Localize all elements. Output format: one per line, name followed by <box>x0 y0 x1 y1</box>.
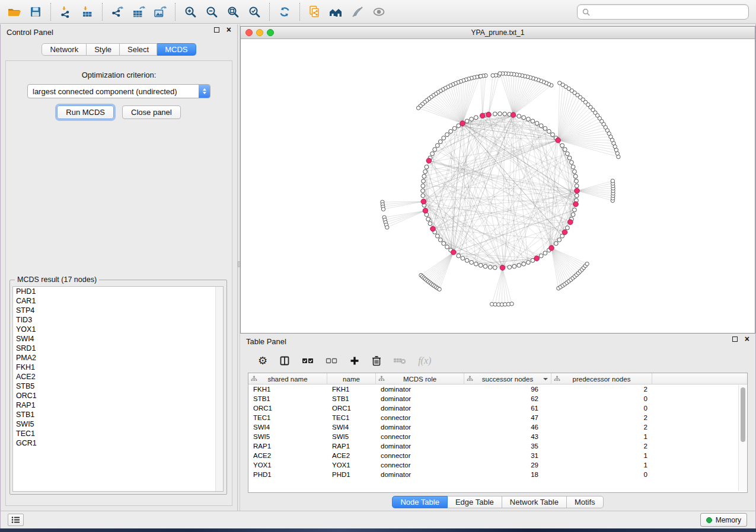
mcds-node[interactable] <box>562 230 567 235</box>
mcds-result-item[interactable]: SWI5 <box>13 419 223 429</box>
import-network-button[interactable] <box>55 2 76 21</box>
zoom-fit-button[interactable] <box>222 2 244 21</box>
table-row[interactable]: SWI4SWI4dominator462 <box>248 422 747 432</box>
satellite-node[interactable] <box>498 72 502 75</box>
network-node[interactable] <box>425 165 429 169</box>
zoom-in-button[interactable] <box>180 2 201 21</box>
network-node[interactable] <box>445 245 449 249</box>
network-titlebar[interactable]: YPA_prune.txt_1 <box>241 27 755 39</box>
mcds-node[interactable] <box>568 220 573 225</box>
mcds-result-list[interactable]: PHD1CAR1STP4TID3YOX1SWI4SRD1PMA2FKH1ACE2… <box>12 286 224 492</box>
mcds-node[interactable] <box>423 208 428 213</box>
satellite-node[interactable] <box>438 287 441 291</box>
mcds-result-item[interactable]: SWI4 <box>13 334 223 344</box>
network-node[interactable] <box>539 254 543 258</box>
mcds-node[interactable] <box>486 112 492 117</box>
column-header-successor-nodes[interactable]: successor nodes <box>464 373 551 384</box>
mcds-node[interactable] <box>575 188 580 194</box>
network-node[interactable] <box>465 258 469 262</box>
network-node[interactable] <box>535 121 539 126</box>
tab-edge-table[interactable]: Edge Table <box>448 496 502 508</box>
network-node[interactable] <box>470 261 474 265</box>
splitter-grip[interactable] <box>238 261 240 267</box>
network-node[interactable] <box>445 133 449 137</box>
network-node[interactable] <box>470 117 474 121</box>
column-header-mcds-role[interactable]: MCDS role <box>376 373 464 384</box>
network-node[interactable] <box>421 189 425 193</box>
float-table-panel-icon[interactable] <box>732 336 738 342</box>
tab-network-table[interactable]: Network Table <box>502 496 567 508</box>
satellite-node[interactable] <box>385 226 389 229</box>
column-header-shared-name[interactable]: shared name <box>248 373 327 384</box>
network-node[interactable] <box>575 184 579 188</box>
network-node[interactable] <box>442 242 446 246</box>
network-node[interactable] <box>517 114 521 118</box>
annotation-button[interactable] <box>347 2 368 21</box>
satellite-node[interactable] <box>611 179 614 182</box>
mcds-node[interactable] <box>426 158 432 164</box>
satellite-node[interactable] <box>479 75 483 78</box>
network-node[interactable] <box>457 254 461 258</box>
float-panel-icon[interactable] <box>214 27 219 33</box>
import-table-button[interactable] <box>76 2 98 21</box>
network-node[interactable] <box>430 152 435 156</box>
tab-select[interactable]: Select <box>120 43 157 56</box>
tab-style[interactable]: Style <box>87 43 120 56</box>
network-node[interactable] <box>573 174 578 178</box>
network-node[interactable] <box>503 112 507 116</box>
network-node[interactable] <box>465 119 469 123</box>
network-node[interactable] <box>527 117 531 121</box>
mcds-list-scrollbar[interactable] <box>215 287 223 491</box>
run-mcds-button[interactable]: Run MCDS <box>57 105 114 119</box>
open-session-button[interactable] <box>4 2 25 21</box>
table-row[interactable]: ORC1ORC1dominator610 <box>248 403 747 413</box>
mcds-result-item[interactable]: CAR1 <box>13 296 223 306</box>
network-node[interactable] <box>498 112 502 116</box>
network-node[interactable] <box>554 242 558 246</box>
satellite-node[interactable] <box>510 302 513 306</box>
network-node[interactable] <box>483 264 487 268</box>
network-node[interactable] <box>488 265 492 270</box>
table-row[interactable]: STB1STB1dominator620 <box>248 394 747 403</box>
mcds-result-item[interactable]: SRD1 <box>13 344 223 353</box>
delete-table-button[interactable] <box>393 357 406 365</box>
network-node[interactable] <box>527 261 531 265</box>
network-node[interactable] <box>557 238 562 242</box>
zoom-selected-button[interactable] <box>244 2 265 21</box>
satellite-node[interactable] <box>558 81 562 85</box>
network-canvas[interactable] <box>241 39 755 333</box>
network-node[interactable] <box>551 133 555 137</box>
network-node[interactable] <box>428 222 432 226</box>
add-column-button[interactable] <box>349 355 360 366</box>
table-scrollbar-thumb[interactable] <box>741 387 745 442</box>
network-node[interactable] <box>421 184 425 188</box>
network-node[interactable] <box>522 116 526 120</box>
mcds-result-item[interactable]: ORC1 <box>13 391 223 400</box>
mcds-result-item[interactable]: PHD1 <box>13 287 223 296</box>
export-table-button[interactable] <box>128 2 149 21</box>
table-row[interactable]: TEC1TEC1connector472 <box>248 413 747 422</box>
network-node[interactable] <box>547 129 551 133</box>
mcds-node[interactable] <box>460 121 465 126</box>
network-node[interactable] <box>566 226 570 230</box>
function-builder-button[interactable]: f(x) <box>418 355 431 366</box>
search-field[interactable] <box>577 4 749 20</box>
table-row[interactable]: PHD1PHD1dominator180 <box>248 470 747 479</box>
deselect-all-button[interactable] <box>326 357 337 365</box>
network-file-button[interactable] <box>304 2 326 21</box>
network-node[interactable] <box>461 257 465 261</box>
network-node[interactable] <box>421 194 425 198</box>
network-node[interactable] <box>531 119 535 123</box>
tab-node-table[interactable]: Node Table <box>392 496 448 508</box>
network-node[interactable] <box>571 213 575 217</box>
satellite-node[interactable] <box>491 73 495 77</box>
search-input[interactable] <box>594 8 744 16</box>
table-row[interactable]: FKH1FKH1dominator962 <box>248 384 747 394</box>
export-image-button[interactable] <box>149 2 171 21</box>
table-row[interactable]: SWI5SWI5connector431 <box>248 432 747 441</box>
network-node[interactable] <box>422 179 426 183</box>
delete-column-button[interactable] <box>372 355 381 366</box>
first-neighbors-button[interactable] <box>326 2 347 21</box>
tab-mcds[interactable]: MCDS <box>157 43 196 56</box>
close-panel-button[interactable]: Close panel <box>122 105 181 119</box>
